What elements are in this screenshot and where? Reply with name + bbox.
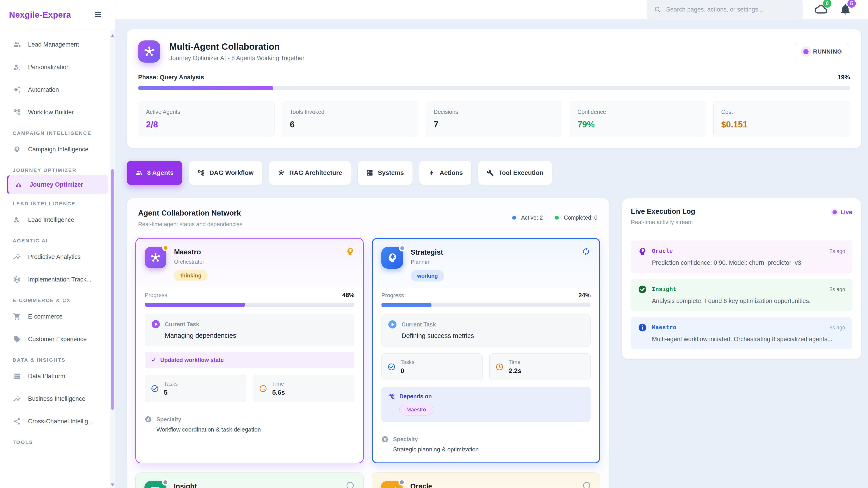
idle-circle-icon [346,481,355,488]
sidebar-item-lead-intelligence[interactable]: Lead Intelligence [0,208,115,231]
content: Multi-Agent Collaboration Journey Optimi… [115,19,868,488]
sidebar-item-campaign-intelligence[interactable]: Campaign Intelligence [0,138,115,161]
hub-icon [150,252,161,263]
time-stat-box: Time2.2s [489,353,591,380]
search-input[interactable] [666,6,796,13]
sidebar-section-data-insights: DATA & INSIGHTS [13,357,115,363]
progress-percent: 48% [342,292,354,299]
stat-value: $0.151 [721,120,842,129]
topbar: 0 5 [115,0,868,19]
tab-rag-architecture[interactable]: RAG Architecture [269,161,351,185]
cart-icon [13,312,21,321]
person-search-icon [13,63,21,71]
sidebar-item-workflow-builder[interactable]: Workflow Builder [0,101,115,124]
log-timestamp: 3s ago [830,287,845,293]
legend-completed: Completed: 0 [564,215,597,221]
cloud-badge: 0 [823,0,831,8]
log-agent-name: Insight [652,286,677,293]
status-dot-idle [162,479,168,486]
agent-card-insight[interactable]: Insight Analyst idle [135,473,364,488]
agent-card-oracle[interactable]: Oracle Predictor idle [372,473,600,488]
active-dot-icon [512,216,516,220]
current-task-box: Current Task Managing dependencies [145,314,354,346]
live-execution-log-panel: Live Execution Log Live Real-time activi… [622,198,861,359]
sidebar-item-label: Automation [28,86,59,93]
current-task-box: Current Task Defining success metrics [381,314,591,347]
phase-label: Phase: Query Analysis [138,74,204,81]
menu-toggle-button[interactable] [94,10,102,20]
sidebar-item-data-platform[interactable]: Data Platform [0,365,115,387]
sidebar-item-automation[interactable]: Automation [0,78,115,101]
agent-card-maestro[interactable]: Maestro Orchestrator thinking Progress 4… [135,238,364,463]
log-message: Prediction confidence: 0.90. Model: chur… [652,259,845,266]
sidebar-section-tools: TOOLS [13,440,115,445]
sidebar-item-customer-experience[interactable]: Customer Experience [0,328,115,350]
tab-dag-workflow[interactable]: DAG Workflow [189,161,262,185]
sidebar-item-ecommerce[interactable]: E-commerce [0,305,115,328]
notifications-badge: 5 [847,0,856,8]
bar-chart-icon [149,486,161,488]
sidebar-item-label: Customer Experience [28,336,87,343]
status-dot-working [399,245,405,252]
running-dot-icon [803,49,809,54]
check-circle-filled-icon [638,285,647,294]
sidebar-item-predictive-analytics[interactable]: Predictive Analytics [0,246,115,268]
time-label: Time [508,359,521,365]
tab-label: Tool Execution [498,169,544,176]
clock-icon [495,363,504,371]
stat-label: Tools Invoked [290,109,410,115]
tab-actions[interactable]: Actions [419,161,471,185]
stat-decisions: Decisions 7 [426,101,562,137]
notifications-button[interactable]: 5 [839,3,852,16]
hub-icon [143,45,156,58]
sidebar-scrollbar[interactable] [110,30,115,488]
check-circle-icon [151,385,159,393]
sidebar-item-business-intelligence[interactable]: Business Intelligence [0,387,115,410]
sparkles-icon [13,86,21,94]
scroll-up-arrow-icon[interactable] [111,34,114,37]
workflow-tree-icon [13,108,21,117]
agent-network-panel: Agent Collaboration Network Real-time ag… [127,198,609,488]
cloud-sync-button[interactable]: 0 [815,3,827,16]
specialty-label: Specialty [156,416,181,423]
depends-on-box: Depends on Maestro [381,387,591,422]
sidebar-item-cross-channel-intelligence[interactable]: Cross-Channel Intellig... [0,410,115,433]
sidebar-section-agentic-ai: AGENTIC AI [13,238,115,244]
sidebar-item-journey-optimizer[interactable]: Journey Optimizer [7,175,108,194]
target-icon [13,275,21,284]
agent-progress-fill [145,303,245,307]
log-entries: Oracle 2s ago Prediction confidence: 0.9… [631,240,852,349]
global-search[interactable] [647,0,803,19]
time-value: 5.6s [272,389,285,396]
sidebar-item-personalization[interactable]: Personalization [0,56,115,78]
log-divider [622,233,861,233]
workflow-avatar [138,40,160,63]
sidebar-section-ecommerce-cx: E-COMMERCE & CX [13,297,115,303]
tab-systems[interactable]: Systems [358,161,412,185]
log-subtitle: Real-time activity stream [631,219,852,225]
agent-card-strategist[interactable]: Strategist Planner working Progress 24% [372,238,600,463]
sidebar-item-implementation-tracking[interactable]: Implementation Track... [0,268,115,291]
depends-on-label: Depends on [399,393,432,400]
tab-tool-execution[interactable]: Tool Execution [478,161,552,185]
main-area: 0 5 Multi-Agent Collaboration Journey Op… [115,0,868,488]
person-search-icon [13,216,21,224]
tasks-label: Tasks [401,359,414,365]
phase-progress-fill [138,86,273,90]
sidebar-item-label: Implementation Track... [28,276,92,283]
brain-icon [386,252,398,264]
tasks-stat-box: Tasks0 [381,353,483,380]
agent-progress-fill [381,303,432,307]
sidebar-item-label: Lead Intelligence [28,217,74,223]
sidebar-section-campaign-intelligence: CAMPAIGN INTELLIGENCE [13,130,115,136]
tab-agents[interactable]: 8 Agents [127,161,182,185]
view-tabs: 8 Agents DAG Workflow RAG Architecture S… [127,161,861,185]
agents-grid: Maestro Orchestrator thinking Progress 4… [135,238,600,488]
specialty-text: Workflow coordination & task delegation [156,426,354,433]
sidebar-scrollbar-thumb[interactable] [111,169,114,410]
log-timestamp: 9s ago [830,325,845,331]
tasks-stat-box: Tasks5 [145,375,246,402]
sidebar-item-lead-management[interactable]: Lead Management [0,33,115,56]
phase-percent: 19% [838,74,850,81]
scroll-down-arrow-icon[interactable] [111,484,114,486]
